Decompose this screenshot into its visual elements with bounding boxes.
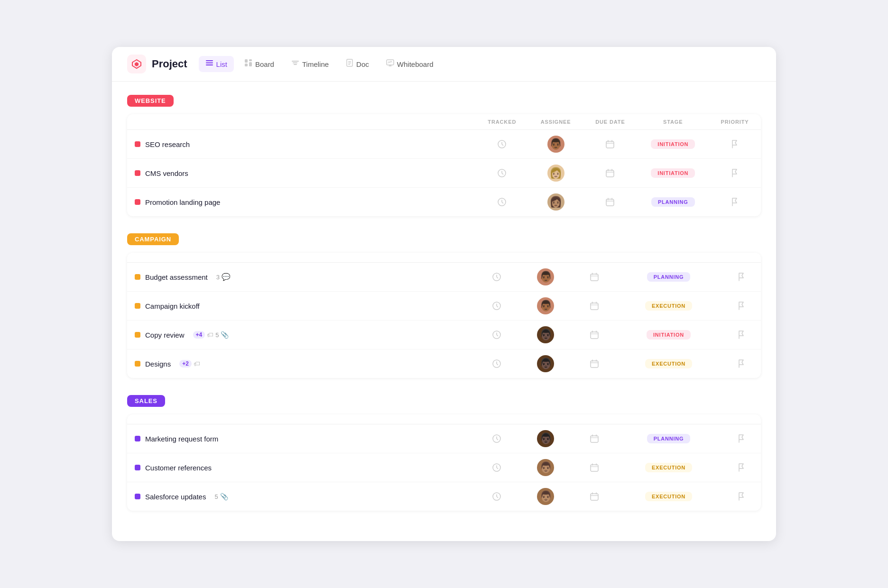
stage-cell[interactable]: EXECUTION [615, 453, 722, 482]
duedate-cell[interactable] [573, 424, 615, 453]
stage-cell[interactable]: INITIATION [637, 130, 709, 159]
assignee-cell[interactable]: 👩🏼 [528, 159, 583, 188]
priority-cell[interactable] [709, 159, 761, 188]
tracked-cell[interactable] [476, 453, 518, 482]
stage-badge[interactable]: PLANNING [647, 272, 691, 282]
stage-cell[interactable]: PLANNING [637, 188, 709, 217]
nav-timeline-label: Timeline [302, 60, 329, 68]
group-badge-campaign[interactable]: CAMPAIGN [127, 233, 179, 245]
stage-badge[interactable]: INITIATION [651, 139, 695, 149]
priority-cell[interactable] [722, 482, 761, 511]
tracked-cell[interactable] [476, 188, 528, 217]
stage-cell[interactable]: INITIATION [615, 321, 722, 349]
table-row[interactable]: Customer references 👨🏽 EXECUTION [127, 453, 761, 482]
assignee-cell[interactable]: 👩🏽 [528, 188, 583, 217]
table-row[interactable]: Salesforce updates 5📎 👨🏽 EXECUTION [127, 482, 761, 511]
duedate-cell[interactable] [573, 349, 615, 378]
priority-cell[interactable] [722, 321, 761, 349]
stage-badge[interactable]: PLANNING [651, 197, 695, 207]
priority-cell[interactable] [722, 424, 761, 453]
tracked-cell[interactable] [476, 321, 518, 349]
table-row[interactable]: CMS vendors 👩🏼 INITIATION [127, 159, 761, 188]
tracked-cell[interactable] [476, 159, 528, 188]
task-name-cell[interactable]: Designs +2🏷 [127, 349, 476, 378]
table-row[interactable]: Copy review +4🏷5📎 👨🏿 INITIATION [127, 321, 761, 349]
duedate-cell[interactable] [583, 159, 637, 188]
tracked-cell[interactable] [476, 349, 518, 378]
assignee-cell[interactable]: 👨🏾 [518, 292, 573, 321]
stage-badge[interactable]: INITIATION [651, 168, 695, 178]
assignee-cell[interactable]: 👨🏽 [518, 482, 573, 511]
table-row[interactable]: Campaign kickoff 👨🏾 EXECUTION [127, 292, 761, 321]
svg-rect-32 [591, 465, 598, 471]
stage-cell[interactable]: PLANNING [615, 263, 722, 292]
priority-cell[interactable] [722, 349, 761, 378]
task-name: Campaign kickoff [145, 302, 200, 310]
assignee-cell[interactable]: 👨🏿 [518, 349, 573, 378]
task-name-cell[interactable]: Promotion landing page [127, 188, 476, 217]
table-row[interactable]: Budget assessment 3💬 👨🏾 PLANNING [127, 263, 761, 292]
nav-doc[interactable]: Doc [339, 56, 376, 72]
nav-timeline[interactable]: Timeline [285, 56, 335, 72]
nav-whiteboard[interactable]: Whiteboard [379, 56, 440, 72]
priority-cell[interactable] [722, 263, 761, 292]
svg-rect-13 [348, 64, 350, 65]
tracked-cell[interactable] [476, 292, 518, 321]
assignee-cell[interactable]: 👨🏾 [518, 263, 573, 292]
group-badge-website[interactable]: WEBSITE [127, 95, 174, 107]
priority-cell[interactable] [709, 130, 761, 159]
table-row[interactable]: Marketing request form 👨🏿 PLANNING [127, 424, 761, 453]
duedate-cell[interactable] [583, 130, 637, 159]
task-name-cell[interactable]: SEO research [127, 130, 476, 159]
tracked-cell[interactable] [476, 130, 528, 159]
task-dot [135, 436, 140, 441]
stage-badge[interactable]: EXECUTION [645, 359, 692, 368]
stage-badge[interactable]: EXECUTION [645, 463, 692, 472]
nav-list[interactable]: List [199, 56, 234, 72]
stage-cell[interactable]: EXECUTION [615, 349, 722, 378]
task-dot [135, 199, 140, 205]
assignee-cell[interactable]: 👨🏿 [518, 424, 573, 453]
table-header-campaign [127, 253, 761, 263]
priority-cell[interactable] [722, 453, 761, 482]
svg-rect-4 [249, 59, 252, 61]
task-name-cell[interactable]: Customer references [127, 453, 476, 482]
stage-cell[interactable]: EXECUTION [615, 482, 722, 511]
duedate-cell[interactable] [573, 482, 615, 511]
priority-cell[interactable] [722, 292, 761, 321]
duedate-cell[interactable] [583, 188, 637, 217]
assignee-cell[interactable]: 👨🏽 [518, 453, 573, 482]
tracked-cell[interactable] [476, 424, 518, 453]
duedate-cell[interactable] [573, 263, 615, 292]
refresh-icon [492, 301, 501, 311]
table-row[interactable]: SEO research 👨🏾 INITIATION [127, 130, 761, 159]
assignee-cell[interactable]: 👨🏿 [518, 321, 573, 349]
duedate-cell[interactable] [573, 292, 615, 321]
tracked-cell[interactable] [476, 263, 518, 292]
task-name-cell[interactable]: CMS vendors [127, 159, 476, 188]
table-row[interactable]: Promotion landing page 👩🏽 PLANNING [127, 188, 761, 217]
stage-cell[interactable]: INITIATION [637, 159, 709, 188]
task-name-cell[interactable]: Marketing request form [127, 424, 476, 453]
stage-badge[interactable]: EXECUTION [645, 301, 692, 311]
svg-rect-8 [293, 63, 297, 64]
stage-badge[interactable]: EXECUTION [645, 492, 692, 501]
stage-badge[interactable]: INITIATION [647, 330, 691, 340]
task-name: Marketing request form [145, 435, 218, 443]
task-name-cell[interactable]: Budget assessment 3💬 [127, 263, 476, 292]
table-row[interactable]: Designs +2🏷 👨🏿 EXECUTION [127, 349, 761, 378]
stage-cell[interactable]: EXECUTION [615, 292, 722, 321]
assignee-cell[interactable]: 👨🏾 [528, 130, 583, 159]
stage-badge[interactable]: PLANNING [647, 434, 691, 443]
svg-rect-30 [591, 436, 598, 442]
task-name-cell[interactable]: Campaign kickoff [127, 292, 476, 321]
duedate-cell[interactable] [573, 453, 615, 482]
stage-cell[interactable]: PLANNING [615, 424, 722, 453]
priority-cell[interactable] [709, 188, 761, 217]
task-name-cell[interactable]: Copy review +4🏷5📎 [127, 321, 476, 349]
duedate-cell[interactable] [573, 321, 615, 349]
tracked-cell[interactable] [476, 482, 518, 511]
nav-board[interactable]: Board [238, 56, 281, 72]
task-name-cell[interactable]: Salesforce updates 5📎 [127, 482, 476, 511]
group-badge-sales[interactable]: SALES [127, 395, 165, 407]
